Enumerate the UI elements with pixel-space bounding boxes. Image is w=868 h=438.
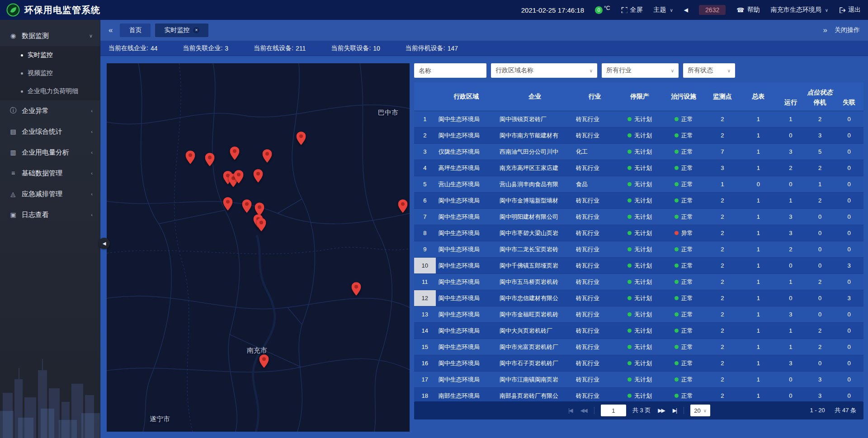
- table-row[interactable]: 2 阆中生态环境局 阆中市南方节能建材有 砖瓦行业 无计划: [414, 127, 863, 144]
- tab-bar: « 首页 实时监控 × » 关闭操作: [100, 20, 868, 41]
- table-row[interactable]: 12 阆中生态环境局 阆中市忠信建材有限公 砖瓦行业 无计划: [414, 290, 863, 306]
- cell-meter-count: 1: [741, 241, 777, 257]
- sidebar-item-emergency-reduction[interactable]: ◬ 应急减排管理 ‹: [0, 184, 100, 204]
- cell-facility: 正常: [663, 176, 704, 192]
- logout-button[interactable]: 退出: [839, 6, 861, 14]
- name-filter-input[interactable]: [414, 63, 486, 78]
- stop-plan-text: 无计划: [634, 245, 652, 254]
- tabs-scroll-right-button[interactable]: »: [821, 26, 830, 35]
- sidebar-item-base-data[interactable]: ≡ 基础数据管理 ‹: [0, 163, 100, 184]
- row-number: 13: [414, 306, 436, 322]
- tab-home[interactable]: 首页: [120, 24, 151, 37]
- fullscreen-button[interactable]: 全屏: [621, 6, 643, 14]
- tab-realtime-monitoring[interactable]: 实时监控 ×: [155, 24, 208, 37]
- app-root: 环保用电监管系统 2021-02-25 17:46:18 0 °C 全屏 主题 …: [0, 0, 868, 438]
- table-row[interactable]: 5 营山生态环境局 营山县润丰肉食品有限 食品 无计划: [414, 176, 863, 193]
- chevron-collapsed-icon: ‹: [91, 108, 93, 113]
- sidebar-item-log-view[interactable]: ▣ 日志查看 ‹: [0, 204, 100, 225]
- cell-region: 阆中生态环境局: [436, 111, 497, 127]
- next-page-button[interactable]: ▶▶: [657, 407, 665, 414]
- cell-company: 阆中市光富页岩机砖厂: [497, 339, 573, 355]
- status-dot-icon: [675, 215, 679, 219]
- cell-monitor-count: 2: [704, 111, 741, 127]
- cell-halt-count: 0: [805, 290, 835, 306]
- cell-industry: 砖瓦行业: [573, 241, 616, 257]
- cell-industry: 砖瓦行业: [573, 323, 616, 339]
- sidebar-subitem[interactable]: 企业电力负荷明细: [0, 82, 100, 100]
- map-panel[interactable]: 巴中市 南充市 遂宁市: [107, 63, 410, 432]
- cell-index: 1: [414, 111, 436, 127]
- table-row[interactable]: 10 阆中生态环境局 阆中千佛镇五郎垭页岩 砖瓦行业 无计划: [414, 258, 863, 274]
- cell-industry: 食品: [573, 176, 616, 192]
- help-button[interactable]: ☎ 帮助: [736, 6, 760, 14]
- cell-region: 南部生态环境局: [436, 388, 497, 401]
- cell-company: 阆中市江南镇阆南页岩: [497, 372, 573, 387]
- sidebar-subitem[interactable]: 实时监控: [0, 46, 100, 64]
- cell-halt-count: 2: [805, 274, 835, 290]
- cell-company: 阆中市南方节能建材有: [497, 127, 573, 143]
- table-row[interactable]: 1 阆中生态环境局 阆中强锐页岩砖厂 砖瓦行业 无计划: [414, 111, 863, 127]
- stat-label: 当前在线设备:: [254, 44, 293, 52]
- facility-text: 正常: [681, 262, 693, 270]
- page-number-input[interactable]: [601, 405, 626, 416]
- sidebar-item-data-monitoring[interactable]: ◉ 数据监测 ∨: [0, 25, 100, 46]
- region-filter-select[interactable]: 行政区域名称 ∨: [491, 63, 597, 78]
- table-row[interactable]: 8 阆中生态环境局 阆中市枣碧大梁山页岩 砖瓦行业 无计划: [414, 225, 863, 241]
- sidebar-item-power-analysis[interactable]: ▥ 企业用电量分析 ‹: [0, 142, 100, 163]
- prev-page-button[interactable]: ◀◀: [579, 407, 587, 414]
- header-actions: 2021-02-25 17:46:18 0 °C 全屏 主题 ∨ ◀ 2632 …: [521, 5, 868, 15]
- table-row[interactable]: 18 南部生态环境局 南部县页岩砖厂有限公 砖瓦行业 无计划: [414, 388, 863, 401]
- table-row[interactable]: 11 阆中生态环境局 阆中市五马桥页岩机砖 砖瓦行业 无计划: [414, 274, 863, 290]
- cell-company: 阆中市忠信建材有限公: [497, 290, 573, 306]
- status-dot-icon: [627, 215, 632, 219]
- map-collapse-button[interactable]: ◀: [99, 238, 110, 249]
- close-icon[interactable]: ×: [193, 27, 199, 33]
- help-label: 帮助: [747, 6, 760, 14]
- close-operations-button[interactable]: 关闭操作: [835, 26, 860, 34]
- theme-dropdown[interactable]: 主题 ∨: [654, 6, 673, 14]
- page-size-select[interactable]: 20 ∨: [690, 405, 710, 416]
- table-row[interactable]: 13 阆中生态环境局 阆中市金福旺页岩机砖 砖瓦行业 无计划: [414, 306, 863, 323]
- cell-halt-count: 3: [805, 388, 835, 401]
- cell-halt-count: 2: [805, 193, 835, 208]
- table-row[interactable]: 4 高坪生态环境局 南充市高坪区王家店建 砖瓦行业 无计划: [414, 160, 863, 176]
- table-row[interactable]: 6 阆中生态环境局 阆中市金博瑞新型墙材 砖瓦行业 无计划: [414, 193, 863, 209]
- pagination-divider: [684, 407, 684, 414]
- cell-lost-count: 0: [835, 388, 863, 401]
- status-filter-select[interactable]: 所有状态 ∨: [683, 63, 735, 78]
- org-dropdown[interactable]: 南充市生态环境局 ∨: [771, 6, 828, 14]
- facility-text: 正常: [681, 148, 693, 156]
- cell-index: 12: [414, 290, 436, 306]
- stat-item: 当前失联企业: 3: [183, 44, 228, 52]
- table-row[interactable]: 9 阆中生态环境局 阆中市二龙长宝页岩砖 砖瓦行业 无计划: [414, 241, 863, 258]
- cell-halt-count: 1: [805, 176, 835, 192]
- table-row[interactable]: 7 阆中生态环境局 阆中明阳建材有限公司 砖瓦行业 无计划: [414, 209, 863, 225]
- stop-plan-text: 无计划: [634, 327, 652, 335]
- row-number: 8: [414, 225, 436, 241]
- cell-run-count: 2: [776, 241, 805, 257]
- alert-count-badge[interactable]: 2632: [699, 5, 726, 15]
- row-number: 2: [414, 127, 436, 143]
- cell-run-count: 3: [776, 144, 805, 160]
- cell-halt-count: 0: [805, 258, 835, 273]
- table-row[interactable]: 15 阆中生态环境局 阆中市光富页岩机砖厂 砖瓦行业 无计划: [414, 339, 863, 355]
- sidebar-subitem[interactable]: 视频监控: [0, 64, 100, 82]
- table-row[interactable]: 14 阆中生态环境局 阆中大兴页岩机砖厂 砖瓦行业 无计划: [414, 323, 863, 339]
- table-row[interactable]: 3 仪陇生态环境局 西南油气田分公司川中 化工 无计划: [414, 144, 863, 160]
- status-dot-icon: [675, 182, 679, 186]
- cell-lost-count: 0: [835, 355, 863, 371]
- cell-monitor-count: 2: [704, 323, 741, 339]
- table-row[interactable]: 17 阆中生态环境局 阆中市江南镇阆南页岩 砖瓦行业 无计划: [414, 372, 863, 388]
- tabs-scroll-left-button[interactable]: «: [106, 26, 115, 35]
- sidebar-item-enterprise-anomaly[interactable]: ⓘ 企业异常 ‹: [0, 100, 100, 121]
- sidebar-item-enterprise-statistics[interactable]: ▤ 企业综合统计 ‹: [0, 121, 100, 142]
- table-row[interactable]: 16 阆中生态环境局 阆中市石子页岩机砖厂 砖瓦行业 无计划: [414, 355, 863, 372]
- document-icon: ▣: [8, 211, 18, 218]
- industry-filter-select[interactable]: 所有行业 ∨: [602, 63, 679, 78]
- first-page-button[interactable]: |◀: [567, 407, 573, 414]
- cell-monitor-count: 2: [704, 127, 741, 143]
- last-page-button[interactable]: ▶|: [672, 407, 677, 414]
- cell-stop-plan: 无计划: [616, 160, 663, 176]
- speaker-icon[interactable]: ◀: [684, 7, 688, 13]
- stop-plan-text: 无计划: [634, 262, 652, 270]
